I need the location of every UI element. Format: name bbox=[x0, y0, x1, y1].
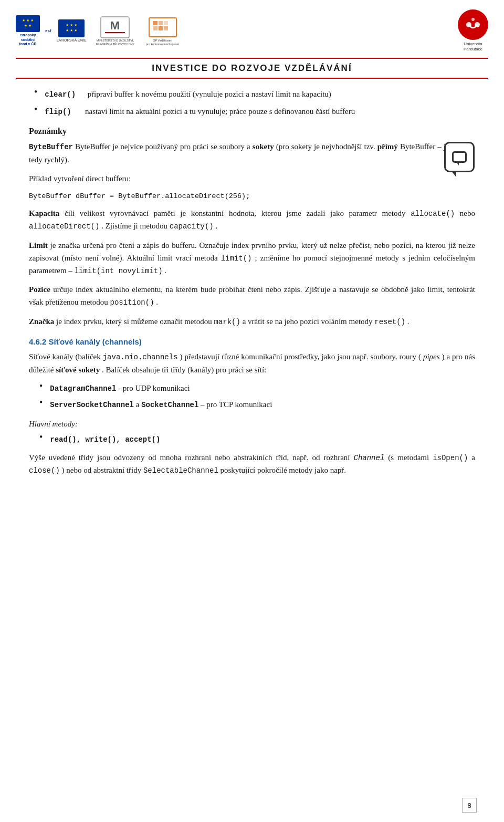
kapacita-mono1: allocate() bbox=[411, 210, 455, 218]
svg-rect-15 bbox=[164, 26, 168, 30]
page: ★ ★ ★ ★ ★ evropský sociální fond v ČR es… bbox=[0, 0, 504, 822]
kapacita-mono2: allocateDirect() bbox=[29, 222, 99, 231]
sitove-mono: java.nio.channels bbox=[103, 353, 178, 361]
esf-text: esf bbox=[45, 28, 51, 33]
sitove-italic: pipes bbox=[423, 352, 440, 361]
pozice-mono: position() bbox=[110, 298, 154, 307]
msmt-icon: M bbox=[100, 16, 130, 39]
vys-mono2: close() bbox=[29, 466, 60, 475]
list-item-clear: • clear() připraví buffer k novému použi… bbox=[29, 88, 475, 101]
esf-logo: ★ ★ ★ ★ ★ evropský sociální fond v ČR es… bbox=[16, 15, 51, 46]
bb-primy: přímý bbox=[377, 142, 398, 151]
bullet-dot-3: • bbox=[39, 381, 43, 392]
sitove-text2: ) představují různé komunikační prostřed… bbox=[180, 352, 421, 361]
datagram-label: DatagramChannel bbox=[50, 384, 116, 393]
bb-sokety: sokety bbox=[253, 142, 274, 151]
bb-desc2: (pro sokety je nejvhodnější tzv. bbox=[276, 142, 377, 151]
vys-text4: ) nebo od abstraktní třídy bbox=[62, 466, 143, 474]
znacka-text: je index prvku, který si můžeme označit … bbox=[56, 317, 214, 326]
main-title: INVESTICE DO ROZVOJE VZDĚLÁVÁNÍ bbox=[152, 63, 352, 73]
sitove-text4: . Balíček obsahuje tři třídy (kanály) pr… bbox=[102, 366, 266, 374]
pozice-bold: Pozice bbox=[29, 285, 50, 294]
sitove-para: Síťové kanály (balíček java.nio.channels… bbox=[29, 350, 475, 376]
eu-logo: ★ ★ ★ ★ ★ ★ EVROPSKÁ UNIE bbox=[57, 19, 87, 42]
pozice-text2: . bbox=[156, 298, 158, 306]
bytebuffer-desc: ByteBuffer ByteBuffer je nejvíce používa… bbox=[29, 140, 475, 165]
hlavni-metody-label: Hlavní metody: bbox=[29, 418, 475, 430]
poznamky-header: Poznámky bbox=[29, 127, 475, 136]
svg-text:★ ★ ★: ★ ★ ★ bbox=[66, 28, 77, 32]
esf-flag-icon: ★ ★ ★ ★ ★ bbox=[16, 15, 40, 32]
pardubice-icon bbox=[463, 14, 484, 35]
znacka-mono2: reset() bbox=[374, 318, 405, 326]
vys-text2: (s metodami bbox=[388, 453, 433, 462]
op-logo: OP Vzdělávánípro konkurenceschopnost bbox=[146, 16, 179, 46]
limit-text3: . bbox=[164, 266, 166, 275]
znacka-text3: . bbox=[407, 317, 410, 326]
chat-bubble-icon bbox=[452, 151, 467, 163]
list-item-methods: • read(), write(), accept() bbox=[29, 433, 475, 446]
msmt-text: MINISTERSTVO ŠKOLSTVÍ,MLÁDEŽE A TĚLOVÝCH… bbox=[96, 39, 134, 46]
channel-list: • DatagramChannel - pro UDP komunikaci •… bbox=[29, 382, 475, 411]
kapacita-mono3: capacity() bbox=[170, 222, 214, 231]
flip-item: flip() nastaví limit na aktuální pozici … bbox=[45, 106, 475, 118]
vys-para: Výše uvedené třídy jsou odvozeny od mnoh… bbox=[29, 451, 475, 477]
bullet-dot-2: • bbox=[34, 104, 37, 115]
svg-text:★ ★ ★: ★ ★ ★ bbox=[22, 18, 34, 22]
inner-bullet2-text2: – pro TCP komunikaci bbox=[201, 400, 272, 409]
svg-rect-10 bbox=[153, 21, 158, 25]
clear-item: clear() připraví buffer k novému použití… bbox=[45, 88, 475, 101]
svg-rect-11 bbox=[159, 21, 163, 25]
vys-text3: a bbox=[471, 453, 475, 462]
method-list: • clear() připraví buffer k novému použi… bbox=[29, 88, 475, 118]
method-mono: read(), write(), accept() bbox=[50, 435, 160, 444]
priklad-text: Příklad vytvoření direct bufferu: bbox=[29, 174, 131, 183]
limit-bold: Limit bbox=[29, 241, 48, 249]
op-text: OP Vzdělávánípro konkurenceschopnost bbox=[146, 39, 179, 46]
svg-rect-12 bbox=[164, 21, 168, 25]
main-content: • clear() připraví buffer k novému použi… bbox=[0, 79, 504, 493]
eu-flag-icon: ★ ★ ★ ★ ★ ★ bbox=[58, 19, 85, 37]
vys-text1: Výše uvedené třídy jsou odvozeny od mnoh… bbox=[29, 453, 354, 462]
clear-label: clear() bbox=[45, 90, 76, 99]
bullet-dot-1: • bbox=[34, 87, 37, 98]
server-socket-label: ServerSocketChannel bbox=[50, 401, 134, 409]
vys-text5: poskytující pokročilé metody jako např. bbox=[220, 466, 346, 474]
code1: ByteBuffer dBuffer = ByteBuffer.allocate… bbox=[29, 192, 250, 200]
inner-bullet2-text1: a bbox=[136, 400, 141, 409]
flip-text: nastaví limit na aktuální pozici a tu vy… bbox=[85, 107, 355, 116]
esf-label3: fond v ČR bbox=[19, 42, 36, 46]
vys-italic1: Channel bbox=[354, 454, 385, 462]
flip-label: flip() bbox=[45, 108, 71, 116]
bb-name: ByteBuffer bbox=[29, 142, 73, 151]
pozice-text: určuje index aktuálního elementu, na kte… bbox=[29, 285, 475, 306]
svg-text:M: M bbox=[110, 19, 120, 32]
vys-mono1: isOpen() bbox=[433, 454, 468, 462]
methods-item: read(), write(), accept() bbox=[50, 433, 475, 446]
limit-mono2: limit(int novyLimit) bbox=[75, 267, 163, 275]
kapacita-text3: . Zjistíme ji metodou bbox=[101, 222, 170, 230]
limit-para: Limit je značka určená pro čtení a zápis… bbox=[29, 239, 475, 277]
svg-rect-14 bbox=[159, 26, 163, 30]
clear-text: připraví buffer k novému použití (vynulu… bbox=[88, 90, 331, 98]
priklad-label: Příklad vytvoření direct bufferu: bbox=[29, 172, 475, 185]
page-number: 8 bbox=[462, 798, 477, 813]
pardubice-text: UniverzitaPardubice bbox=[464, 41, 482, 53]
title-bar: INVESTICE DO ROZVOJE VZDĚLÁVÁNÍ bbox=[16, 58, 488, 79]
bullet-dot-5: • bbox=[39, 432, 43, 443]
list-item-flip: • flip() nastaví limit na aktuální pozic… bbox=[29, 106, 475, 118]
list-item-datagram: • DatagramChannel - pro UDP komunikaci bbox=[29, 382, 475, 395]
pozice-para: Pozice určuje index aktuálního elementu,… bbox=[29, 283, 475, 308]
limit-mono1: limit() bbox=[221, 254, 252, 263]
pardubice-logo-wrap: UniverzitaPardubice bbox=[458, 9, 488, 53]
kapacita-text: čili velikost vyrovnávací paměti je kons… bbox=[65, 209, 411, 217]
list-item-server-socket: • ServerSocketChannel a SocketChannel – … bbox=[29, 399, 475, 411]
section-462-heading: 4.6.2 Síťové kanály (channels) bbox=[29, 337, 475, 346]
bb-desc: ByteBuffer je nejvíce používaný pro prác… bbox=[75, 142, 253, 151]
svg-text:★ ★: ★ ★ bbox=[24, 24, 32, 27]
pardubice-circle bbox=[458, 9, 488, 40]
datagram-item: DatagramChannel - pro UDP komunikaci bbox=[50, 382, 475, 395]
znacka-text2: a vrátit se na jeho pozici voláním metod… bbox=[243, 317, 375, 326]
method-list-2: • read(), write(), accept() bbox=[29, 433, 475, 446]
bullet-dot-4: • bbox=[39, 397, 43, 408]
